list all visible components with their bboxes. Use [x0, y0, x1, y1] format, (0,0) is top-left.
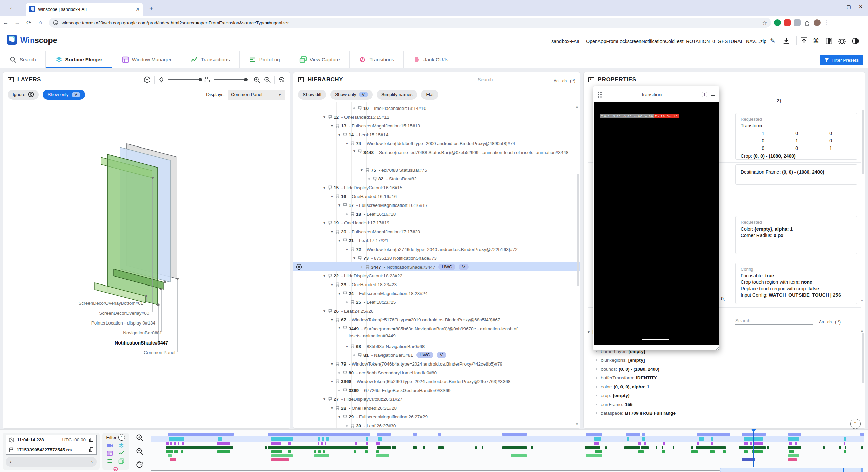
track-view-capture[interactable] — [151, 454, 864, 457]
tree-node-3448[interactable]: ▼3448 - Surface(name=ed70f88 StatusBar)/… — [293, 148, 580, 165]
forward-icon[interactable]: → — [12, 19, 23, 26]
expander-arrow-icon[interactable]: ▼ — [322, 274, 327, 278]
tree-node-68[interactable]: ▼68 - 885b63e NavigationBar0#68 — [293, 342, 580, 351]
pin-icon[interactable] — [358, 256, 362, 260]
tree-node-28[interactable]: ▼28 - OneHanded:26:31#28 — [293, 404, 580, 412]
tab-search-chevron-icon[interactable]: ⌄ — [9, 5, 13, 10]
expander-arrow-icon[interactable]: ▼ — [329, 230, 335, 234]
home-icon[interactable]: ⌂ — [35, 19, 46, 26]
pin-icon[interactable] — [336, 124, 339, 128]
regex-icon[interactable]: (.*) — [570, 79, 575, 83]
layers-3d-view[interactable]: ScreenDecorOverlayBottom#61ScreenDecorOv… — [3, 102, 290, 428]
tree-node-82[interactable]: 82 - StatusBar#82 — [293, 174, 580, 183]
expander-arrow-icon[interactable]: ▼ — [587, 330, 590, 334]
pin-icon[interactable] — [366, 265, 369, 269]
properties-search-input[interactable]: Search — [735, 317, 813, 324]
property-blurRegions[interactable]: blurRegions:[empty] — [596, 358, 645, 363]
extension-icon-green[interactable] — [774, 19, 781, 26]
chip-flat[interactable]: Flat — [421, 90, 438, 100]
tree-node-3369[interactable]: 3369 - 67726bf EdgeBackGestureHandler0#3… — [293, 386, 580, 395]
tree-node-16[interactable]: ▼16 - OneHanded:16:16#16 — [293, 192, 580, 201]
expander-arrow-icon[interactable]: ▼ — [329, 406, 335, 410]
collapse-hierarchy-panel-icon[interactable] — [298, 77, 304, 82]
tree-node-81[interactable]: 81 - NavigationBar0#81HWCV — [293, 351, 580, 359]
scroll-up-icon[interactable]: ▲ — [575, 105, 579, 109]
pin-icon[interactable] — [336, 230, 339, 234]
tree-node-80[interactable]: 80 - ace6abb SecondaryHomeHandle0#80 — [293, 368, 580, 377]
pin-icon[interactable] — [351, 424, 354, 428]
transition-screenshot-window[interactable]: transition i P: 0 / 1dX: 0.0dY: 0.0Xv: 0… — [593, 86, 719, 350]
pin-icon[interactable] — [343, 133, 347, 137]
tab-protolog[interactable]: ProtoLog — [239, 51, 290, 68]
minimap-selection[interactable] — [720, 468, 863, 472]
tree-node-73[interactable]: ▼73 - 8736138 NotificationShade#73 — [293, 254, 580, 262]
track-protolog[interactable] — [151, 450, 864, 453]
pin-icon[interactable] — [343, 326, 347, 330]
window-close-icon[interactable]: ✕ — [859, 4, 863, 9]
timeline-zoom-out-icon[interactable] — [136, 447, 144, 455]
reload-icon[interactable]: ⟳ — [23, 19, 35, 26]
track-transitions[interactable] — [151, 458, 864, 461]
pin-icon[interactable] — [336, 406, 339, 410]
tab-transactions[interactable]: Transactions — [181, 51, 239, 68]
window-minimize-icon[interactable]: — — [834, 4, 839, 9]
extension-icon-gray[interactable] — [794, 19, 801, 26]
tree-node-22[interactable]: ▼22 - HideDisplayCutout:18:23#22 — [293, 271, 580, 280]
transitions-icon[interactable] — [113, 466, 119, 472]
property-dataspace[interactable]: dataspace:BT709 sRGB Full range — [596, 411, 676, 416]
drag-handle-icon[interactable] — [598, 92, 602, 98]
tree-node-75[interactable]: ▼75 - ed70f88 StatusBar#75 — [293, 165, 580, 174]
ns-timestamp[interactable]: 1715339054227572545 ns — [17, 447, 72, 452]
regex-icon[interactable]: (.*) — [835, 320, 841, 324]
tree-node-24[interactable]: ▼24 - FullscreenMagnification:18:23#24 — [293, 289, 580, 298]
spacing-slider[interactable] — [214, 79, 246, 80]
tab-search[interactable]: Search — [0, 51, 45, 68]
extension-icon-red[interactable] — [784, 19, 791, 26]
new-tab-button[interactable]: + — [149, 5, 153, 13]
view-capture-icon[interactable] — [118, 458, 124, 464]
tree-node-20[interactable]: ▼20 - FullscreenMagnification:17:17#20 — [293, 227, 580, 236]
expander-arrow-icon[interactable]: ▼ — [329, 195, 335, 198]
tree-node-17[interactable]: ▼17 - FullscreenMagnification:16:16#17 — [293, 201, 580, 210]
pin-icon[interactable] — [336, 379, 339, 384]
pin-icon[interactable] — [351, 300, 354, 304]
copy-icon[interactable] — [88, 447, 94, 452]
track-window-manager[interactable] — [151, 442, 864, 445]
documentation-book-icon[interactable] — [825, 37, 833, 45]
tab-close-icon[interactable]: ✕ — [136, 6, 140, 12]
expander-arrow-icon[interactable]: ▼ — [329, 318, 335, 322]
hierarchy-scrollbar[interactable] — [577, 174, 579, 286]
tree-node-23[interactable]: ▼23 - OneHanded:18:23#23 — [293, 280, 580, 289]
show-only-v-chip[interactable]: Show only V — [43, 90, 85, 100]
tree-node-3368[interactable]: ▼3368 - WindowToken{f6b2f60 type=2024 an… — [293, 377, 580, 386]
expander-arrow-icon[interactable]: ▼ — [329, 124, 335, 128]
3d-cube-icon[interactable] — [143, 76, 151, 83]
pin-icon[interactable] — [351, 141, 354, 146]
url-bar[interactable]: winscope.teams.x20web.corp.google.com/pr… — [49, 18, 771, 28]
tab-jank-cujs[interactable]: Jank CUJs — [403, 51, 458, 68]
expander-arrow-icon[interactable]: ▼ — [322, 186, 327, 190]
tree-node-3449[interactable]: ▼3449 - Surface(name=885b63e NavigationB… — [293, 324, 580, 342]
match-case-icon[interactable]: Aa — [554, 79, 559, 83]
pin-icon[interactable] — [328, 274, 332, 278]
properties-upper-scrollbar[interactable] — [862, 110, 864, 174]
timeline-reset-zoom-icon[interactable] — [136, 461, 144, 469]
chip-show-only[interactable]: Show onlyV — [330, 90, 373, 100]
timeline-zoom-in-icon[interactable] — [136, 434, 144, 442]
track-screen-recording[interactable] — [151, 433, 864, 436]
chip-show-diff[interactable]: Show diff — [298, 90, 326, 100]
browser-menu-icon[interactable]: ⋮ — [821, 19, 832, 26]
zoom-out-icon[interactable] — [264, 76, 271, 83]
bookmark-star-icon[interactable]: ☆ — [762, 20, 767, 26]
expander-arrow-icon[interactable]: ▼ — [352, 149, 357, 153]
expander-arrow-icon[interactable]: ▼ — [337, 239, 342, 242]
tree-node-19[interactable]: ▼19 - OneHanded:17:17#19 — [293, 218, 580, 227]
expander-arrow-icon[interactable]: ▼ — [337, 326, 342, 329]
shortcuts-icon[interactable]: ⌘ — [812, 37, 821, 45]
pin-icon[interactable] — [336, 318, 339, 322]
screen-recording-icon[interactable] — [107, 442, 113, 449]
browser-tab[interactable]: Winscope | sandbox-FAIL ✕ — [26, 3, 143, 16]
expander-arrow-icon[interactable]: ▼ — [322, 115, 327, 119]
scroll-down-icon[interactable]: ▼ — [575, 422, 579, 426]
site-settings-icon[interactable] — [53, 20, 58, 25]
